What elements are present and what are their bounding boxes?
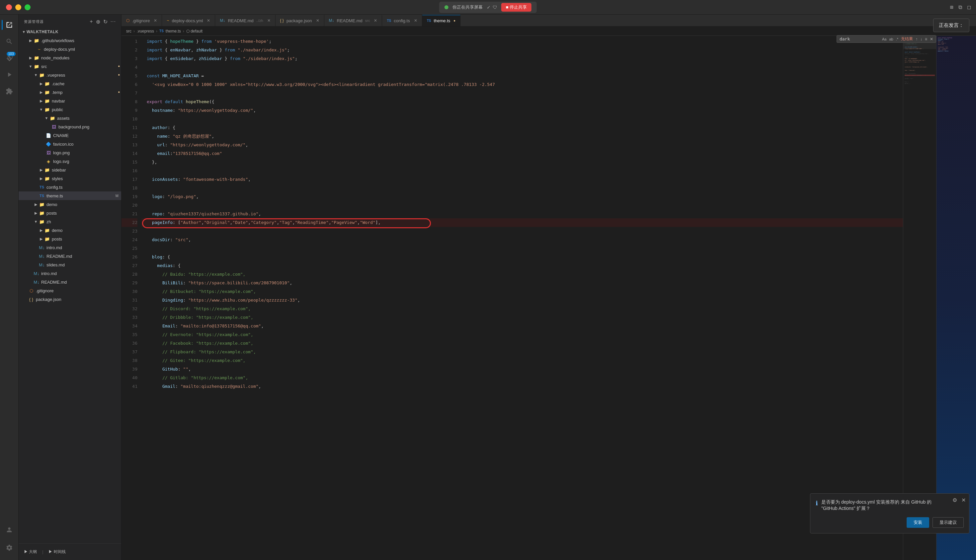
tree-item-cname[interactable]: 📄 CNAME	[18, 131, 121, 140]
stop-share-button[interactable]: ■ 停止共享	[501, 3, 531, 12]
new-file-icon[interactable]: +	[90, 18, 93, 25]
new-folder-icon[interactable]: ⊕	[96, 18, 100, 25]
tree-item-assets[interactable]: ▼ 📁 assets	[18, 114, 121, 122]
activity-settings[interactable]	[2, 540, 17, 555]
tree-item-zh-intro[interactable]: M↓ intro.md	[18, 243, 121, 252]
top-bar: 你正在共享屏幕 ✓ 🛡 ■ 停止共享 ⊞ ⧉ □	[0, 0, 976, 15]
code-line: BiliBili: "https://space.bilibili.com/20…	[141, 279, 903, 287]
more-actions-icon[interactable]: ···	[110, 18, 116, 25]
search-input[interactable]	[839, 37, 879, 42]
tab-close-icon[interactable]: ✕	[154, 18, 157, 23]
tree-item-temp[interactable]: ▶ 📁 .temp •	[18, 88, 121, 97]
tree-item-package[interactable]: { } package.json	[18, 295, 121, 303]
activity-git[interactable]: 103	[2, 50, 17, 66]
split-icon[interactable]: ⧉	[958, 4, 962, 10]
minimize-button[interactable]	[15, 4, 21, 10]
tab-readme-zh[interactable]: M↓ README.md ../zh ✕	[215, 15, 275, 26]
tree-item-favicon[interactable]: 🔷 favicon.ico	[18, 140, 121, 148]
tree-item-deploy[interactable]: ~ deploy-docs.yml	[18, 45, 121, 53]
maximize-icon[interactable]: □	[968, 4, 971, 10]
tree-item-sidebar[interactable]: ▶ 📁 sidebar	[18, 165, 121, 174]
breadcrumb-file[interactable]: theme.ts	[165, 29, 181, 33]
tab-configts[interactable]: TS config.ts ✕	[382, 15, 422, 26]
tree-item-themets[interactable]: TS theme.ts M	[18, 192, 121, 200]
next-match-button[interactable]: ↓	[920, 37, 922, 42]
tab-close-icon[interactable]: ✕	[414, 18, 417, 23]
tree-item-zh-readme[interactable]: M↓ README.md	[18, 252, 121, 260]
tab-gitignore[interactable]: ⬡ .gitignore ✕	[122, 15, 162, 26]
tab-package[interactable]: { } package.json ✕	[276, 15, 324, 26]
tab-themets[interactable]: TS theme.ts •	[422, 15, 460, 26]
code-line: // Discord: "https://example.com",	[141, 305, 903, 313]
activity-explorer[interactable]	[2, 17, 17, 33]
tab-close-icon[interactable]: ✕	[374, 18, 377, 23]
tree-item-navbar[interactable]: ▶ 📁 navbar	[18, 97, 121, 105]
breadcrumb-symbol[interactable]: ⬡ default	[186, 29, 202, 33]
tree-item-public[interactable]: ▼ 📁 public	[18, 105, 121, 114]
breadcrumb-src[interactable]: src	[126, 29, 132, 33]
tree-item-github[interactable]: ▶ 📁 .github/workflows	[18, 36, 121, 45]
tab-close-icon[interactable]: ✕	[316, 18, 319, 23]
activity-search[interactable]	[2, 34, 17, 49]
tree-item-demo[interactable]: ▶ 📁 demo	[18, 200, 121, 209]
tree-item-zh-posts[interactable]: ▶ 📁 posts	[18, 235, 121, 243]
whole-word-icon[interactable]: ab	[889, 37, 893, 41]
fullscreen-button[interactable]	[25, 4, 30, 10]
tab-close-icon[interactable]: ✕	[267, 18, 271, 23]
activity-extensions[interactable]	[2, 83, 17, 99]
tree-item-readme[interactable]: M↓ README.md	[18, 278, 121, 286]
refresh-icon[interactable]: ↻	[103, 18, 108, 25]
tree-item-styles[interactable]: ▶ 📁 styles	[18, 174, 121, 183]
activity-account[interactable]	[2, 522, 17, 537]
regex-icon[interactable]: .*	[896, 37, 898, 41]
item-label: .temp	[52, 90, 118, 95]
tree-item-nodemodules[interactable]: ▶ 📁 node_modules	[18, 53, 121, 62]
share-icon-check[interactable]: ✓	[487, 5, 491, 10]
code-line: name: "qz 的奇思妙想屋",	[141, 132, 903, 141]
code-editor: 12345 678910 1112131415 1617181920 2122 …	[122, 36, 976, 560]
tree-item-bg[interactable]: 🖼 background.png	[18, 122, 121, 131]
tree-item-src[interactable]: ▼ 📁 src •	[18, 62, 121, 71]
tree-item-configts[interactable]: TS config.ts	[18, 183, 121, 192]
tree-item-zh-demo[interactable]: ▶ 📁 demo	[18, 226, 121, 235]
close-button[interactable]	[6, 4, 12, 10]
tree-item-intro[interactable]: M↓ intro.md	[18, 269, 121, 278]
tab-deploy[interactable]: ~ deploy-docs.yml ✕	[162, 15, 215, 26]
toggle-replace-button[interactable]: ≡	[925, 37, 927, 42]
tree-item-cache[interactable]: ▶ 📁 .cache	[18, 79, 121, 88]
code-line: // Dribbble: "https://example.com",	[141, 313, 903, 322]
timeline-panel[interactable]: ▶ 时间线	[48, 549, 65, 555]
code-content[interactable]: import { hopeTheme } from 'vuepress-them…	[141, 36, 903, 560]
tab-close-icon[interactable]: ✕	[207, 18, 210, 23]
tree-item-gitignore[interactable]: ⬡ .gitignore	[18, 286, 121, 295]
share-icon-shield[interactable]: 🛡	[493, 5, 497, 10]
activity-run[interactable]	[2, 67, 17, 82]
prev-match-button[interactable]: ↑	[916, 37, 918, 42]
tree-item-vuepress[interactable]: ▼ 📁 .vuepress •	[18, 71, 121, 79]
tree-item-zh[interactable]: ▼ 📁 zh	[18, 217, 121, 226]
install-button[interactable]: 安装	[907, 517, 929, 528]
tree-item-posts[interactable]: ▶ 📁 posts	[18, 209, 121, 217]
tab-readme-src[interactable]: M↓ README.md src ✕	[324, 15, 383, 26]
code-line	[141, 201, 903, 210]
code-line: author: {	[141, 123, 903, 132]
tree-item-logopng[interactable]: 🖼 logo.png	[18, 148, 121, 157]
code-line: GitHub: "",	[141, 365, 903, 373]
breadcrumb-vuepress[interactable]: .vuepress	[137, 29, 154, 33]
tree-root[interactable]: ▼ WALKTHETALK	[18, 28, 121, 36]
layout-icon[interactable]: ⊞	[950, 4, 953, 10]
item-label: CNAME	[53, 133, 121, 138]
tree-item-logosvg[interactable]: ◈ logo.svg	[18, 157, 121, 165]
item-label: demo	[47, 202, 121, 207]
show-suggestions-button[interactable]: 显示建议	[933, 517, 964, 528]
notification-close-button[interactable]: ✕	[961, 497, 966, 503]
close-search-button[interactable]: ✕	[930, 37, 933, 42]
match-case-icon[interactable]: Aa	[882, 37, 886, 41]
folder-icon: 📁	[38, 211, 45, 216]
notification-settings-button[interactable]: ⚙	[953, 497, 957, 503]
tab-modified-icon: •	[453, 18, 455, 24]
outline-panel[interactable]: ▶ 大纲	[24, 549, 37, 555]
tab-label: config.ts	[394, 18, 409, 23]
tree-item-zh-slides[interactable]: M↓ slides.md	[18, 260, 121, 269]
code-line	[141, 167, 903, 175]
